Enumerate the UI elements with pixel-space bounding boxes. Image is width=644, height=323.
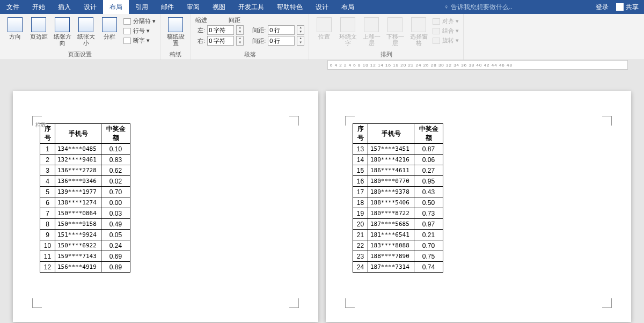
indent-right-input[interactable] — [207, 36, 234, 46]
table-row[interactable]: 1134****04850.10 — [40, 144, 130, 155]
table-row[interactable]: 7150****08640.03 — [40, 208, 130, 219]
tell-me-search[interactable]: ♀ 告诉我您想要做什么.. — [444, 3, 513, 12]
cell-phone: 150****0864 — [55, 208, 101, 219]
ribbon-group-page-setup: 方向页边距纸张方向纸张大小分栏 分隔符 ▾行号 ▾断字 ▾ 页面设置 — [0, 14, 160, 60]
menu-tab-0[interactable]: 文件 — [0, 0, 26, 14]
table-row[interactable]: 13157****34510.87 — [353, 144, 443, 155]
menu-tab-10[interactable]: 帮助特色 — [270, 0, 309, 14]
table-row[interactable]: 18188****54060.50 — [353, 197, 443, 208]
page-setup-btn-0[interactable]: 方向 — [4, 16, 26, 46]
arrange-btn-0[interactable]: 位置 — [313, 16, 335, 46]
table-row[interactable]: 23188****78900.75 — [353, 251, 443, 262]
cell-index: 1 — [40, 144, 55, 155]
arrange-btn-2[interactable]: 上移一层 — [361, 16, 382, 46]
table-header: 手机号 — [55, 124, 101, 144]
cell-amount: 0.03 — [101, 208, 130, 219]
crop-mark-icon — [602, 116, 612, 126]
data-table-2[interactable]: 序号手机号中奖金额 13157****34510.8714180****4216… — [353, 123, 443, 273]
cell-amount: 0.70 — [414, 240, 443, 251]
page-setup-side-2[interactable]: 断字 ▾ — [123, 36, 156, 45]
table-row[interactable]: 21181****65410.21 — [353, 230, 443, 240]
table-row[interactable]: 4136****93460.02 — [40, 176, 130, 187]
arrange-side-0[interactable]: 对齐 ▾ — [433, 17, 459, 25]
table-row[interactable]: 11159****71430.69 — [40, 251, 130, 262]
data-table-1[interactable]: 序号手机号中奖金额 1134****04850.102132****94610.… — [40, 123, 130, 273]
menu-tab-3[interactable]: 设计 — [77, 0, 103, 14]
cell-amount: 0.97 — [414, 219, 443, 230]
page-setup-btn-2-icon — [55, 17, 70, 32]
table-row[interactable]: 8150****91580.49 — [40, 219, 130, 230]
spacing-after-input[interactable] — [268, 36, 295, 46]
table-row[interactable]: 15186****46110.27 — [353, 165, 443, 176]
cell-phone: 180****8722 — [368, 208, 414, 219]
page-setup-btn-3-icon — [78, 17, 93, 32]
table-row[interactable]: 16180****07700.95 — [353, 176, 443, 187]
table-row[interactable]: 12156****49190.89 — [40, 262, 130, 273]
indent-left-row: 左: ▲▼ — [195, 25, 244, 35]
ruler-ticks: 6 4 2 2 4 6 8 10 12 14 16 18 20 22 24 26… — [330, 63, 513, 68]
table-row[interactable]: 14180****42160.06 — [353, 155, 443, 165]
arrange-btn-3[interactable]: 下移一层 — [384, 16, 406, 46]
cell-index: 23 — [353, 251, 368, 262]
horizontal-ruler[interactable]: 6 4 2 2 4 6 8 10 12 14 16 18 20 22 24 26… — [327, 60, 628, 70]
page-setup-btn-3[interactable]: 纸张大小 — [75, 16, 97, 46]
cell-index: 18 — [353, 197, 368, 208]
table-row[interactable]: 6138****12740.00 — [40, 197, 130, 208]
manuscript-button[interactable]: 稿纸设置 — [165, 16, 186, 46]
cell-index: 8 — [40, 219, 55, 230]
document-area: 栏数: 序号手机号中奖金额 1134****04850.102132****94… — [0, 70, 644, 322]
cell-phone: 187****7314 — [368, 262, 414, 273]
cell-amount: 0.50 — [414, 197, 443, 208]
cell-phone: 157****3451 — [368, 144, 414, 155]
spacing-before-spinner[interactable]: ▲▼ — [297, 25, 304, 35]
menu-tab-7[interactable]: 审阅 — [180, 0, 206, 14]
table-row[interactable]: 19180****87220.73 — [353, 208, 443, 219]
cell-phone: 186****4611 — [368, 165, 414, 176]
table-row[interactable]: 17180****93780.43 — [353, 187, 443, 197]
table-row[interactable]: 20187****56850.97 — [353, 219, 443, 230]
page-setup-side-1[interactable]: 行号 ▾ — [123, 27, 156, 35]
indent-left-spinner[interactable]: ▲▼ — [236, 25, 244, 35]
menu-tab-11[interactable]: 设计 — [309, 0, 335, 14]
mini-icon — [123, 28, 131, 34]
page-setup-btn-1[interactable]: 页边距 — [28, 16, 49, 46]
cell-phone: 159****7143 — [55, 251, 101, 262]
cell-index: 11 — [40, 251, 55, 262]
manuscript-icon — [168, 17, 183, 32]
spacing-before-input[interactable] — [268, 25, 295, 35]
table-row[interactable]: 24187****73140.74 — [353, 262, 443, 273]
menu-tab-6[interactable]: 邮件 — [155, 0, 180, 14]
cell-amount: 0.10 — [101, 144, 130, 155]
table-row[interactable]: 22183****80880.70 — [353, 240, 443, 251]
menu-tab-2[interactable]: 插入 — [52, 0, 77, 14]
arrange-side-2[interactable]: 旋转 ▾ — [433, 36, 459, 45]
cell-index: 2 — [40, 155, 55, 165]
arrange-btn-4-icon — [411, 17, 426, 32]
spacing-after-spinner[interactable]: ▲▼ — [297, 36, 304, 46]
page-2[interactable]: 序号手机号中奖金额 13157****34510.8714180****4216… — [326, 91, 631, 322]
table-row[interactable]: 5139****19770.70 — [40, 187, 130, 197]
cell-index: 12 — [40, 262, 55, 273]
page-setup-side-0[interactable]: 分隔符 ▾ — [123, 17, 156, 25]
table-row[interactable]: 10150****69220.24 — [40, 240, 130, 251]
table-row[interactable]: 2132****94610.83 — [40, 155, 130, 165]
menu-tab-4[interactable]: 布局 — [103, 0, 129, 14]
cell-phone: 180****9378 — [368, 187, 414, 197]
login-link[interactable]: 登录 — [596, 3, 609, 12]
page-setup-btn-4[interactable]: 分栏 — [99, 16, 120, 46]
indent-right-spinner[interactable]: ▲▼ — [236, 36, 244, 46]
table-row[interactable]: 3136****27280.62 — [40, 165, 130, 176]
arrange-side-1[interactable]: 组合 ▾ — [433, 27, 459, 35]
share-button[interactable]: 共享 — [616, 3, 639, 12]
arrange-btn-1[interactable]: 环绕文字 — [337, 16, 358, 46]
page-1[interactable]: 栏数: 序号手机号中奖金额 1134****04850.102132****94… — [13, 91, 318, 322]
menu-tab-9[interactable]: 开发工具 — [232, 0, 270, 14]
table-row[interactable]: 9151****99240.05 — [40, 230, 130, 240]
indent-left-input[interactable] — [207, 25, 234, 35]
page-setup-btn-2[interactable]: 纸张方向 — [52, 16, 73, 46]
menu-tab-12[interactable]: 布局 — [335, 0, 361, 14]
menu-tab-8[interactable]: 视图 — [206, 0, 232, 14]
arrange-btn-4[interactable]: 选择窗格 — [408, 16, 429, 46]
menu-tab-5[interactable]: 引用 — [129, 0, 155, 14]
menu-tab-1[interactable]: 开始 — [26, 0, 52, 14]
